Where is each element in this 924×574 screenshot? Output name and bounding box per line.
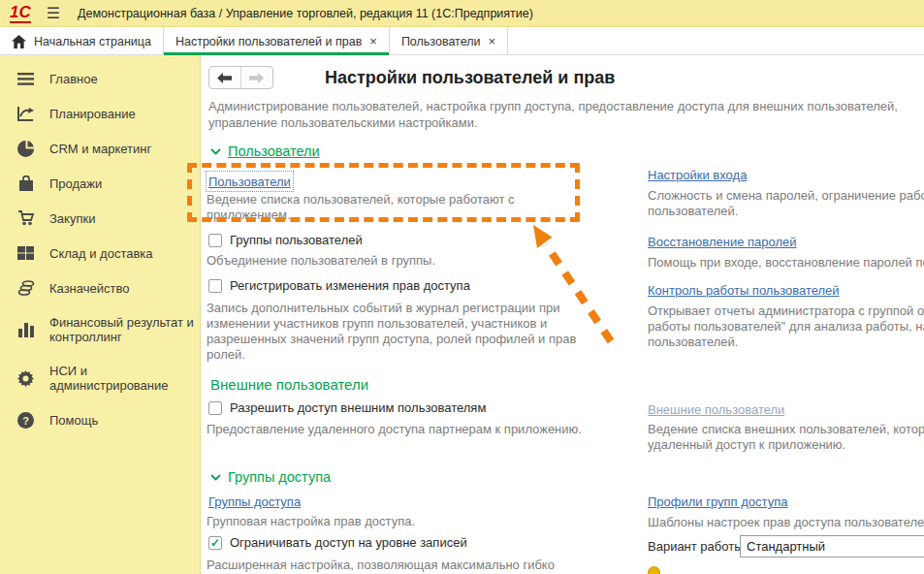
- user-monitoring-desc: Открывает отчеты администратора с группо…: [648, 303, 924, 350]
- register-changes-desc: Запись дополнительных событий в журнал р…: [207, 301, 576, 363]
- users-link-wrap: Пользователи: [206, 171, 294, 192]
- password-recovery-link[interactable]: Восстановление паролей: [648, 235, 797, 249]
- title-bar: 1С ☰ Демонстрационная база / Управление …: [0, 0, 924, 27]
- sidebar-item-warehouse[interactable]: Склад и доставка: [0, 236, 200, 271]
- tab-label: Начальная страница: [34, 35, 151, 48]
- history-nav: [208, 66, 273, 89]
- coins-icon: [16, 279, 35, 298]
- users-link-focus: Пользователи: [206, 171, 294, 192]
- 1c-logo: 1С: [10, 4, 31, 23]
- page-description: Администрирование пользователей, настрой…: [208, 98, 898, 131]
- user-groups-label: Группы пользователей: [230, 233, 363, 247]
- login-settings-desc: Сложность и смена паролей, ограничение р…: [648, 188, 924, 219]
- chevron-down-icon: [210, 148, 221, 155]
- section-header-access-groups[interactable]: Группы доступа: [210, 469, 331, 485]
- user-groups-checkbox[interactable]: [208, 234, 222, 247]
- access-profiles-desc: Шаблоны настроек прав доступа пользовате…: [648, 515, 924, 530]
- application-window: 1С ☰ Демонстрационная база / Управление …: [0, 0, 924, 574]
- gear-icon: [16, 369, 35, 388]
- section-sidebar: Главное Планирование CRM и маркетинг Про…: [0, 55, 201, 574]
- user-monitoring-link[interactable]: Контроль работы пользователей: [648, 283, 840, 298]
- external-users-link[interactable]: Внешние пользователи: [648, 402, 784, 417]
- allow-external-row: Разрешить доступ внешним пользователям: [208, 400, 486, 415]
- bar-chart-icon: [16, 321, 35, 339]
- main-content: Настройки пользователей и прав Администр…: [201, 55, 924, 574]
- access-groups-desc: Групповая настройка прав доступа.: [207, 514, 415, 529]
- login-settings-link[interactable]: Настройки входа: [648, 168, 747, 182]
- access-groups-link[interactable]: Группы доступа: [208, 494, 301, 509]
- page-title: Настройки пользователей и прав: [325, 68, 615, 88]
- sidebar-item-sales[interactable]: Продажи: [0, 166, 200, 201]
- forward-button[interactable]: [241, 67, 273, 88]
- window-title: Демонстрационная база / Управление торго…: [78, 7, 533, 20]
- planning-chart-icon: [16, 105, 35, 123]
- restrict-access-desc: Расширенная настройка, позволяющая макси…: [207, 558, 555, 573]
- section-header-users[interactable]: Пользователи: [210, 144, 320, 159]
- home-icon: [12, 35, 26, 48]
- user-monitoring-link-wrap: Контроль работы пользователей: [648, 281, 840, 299]
- pie-chart-icon: [16, 140, 35, 158]
- sidebar-item-financial-result[interactable]: Финансовый результат и контроллинг: [0, 305, 200, 354]
- section-header-external-users: Внешние пользователи: [210, 376, 368, 393]
- tab-home[interactable]: Начальная страница: [0, 27, 164, 55]
- users-link-desc: Ведение списка пользователей, которые ра…: [207, 192, 514, 223]
- back-button[interactable]: [209, 67, 241, 88]
- work-variant-select[interactable]: Стандартный: [740, 535, 924, 558]
- sidebar-item-crm[interactable]: CRM и маркетинг: [0, 131, 200, 166]
- chevron-down-icon: [210, 474, 221, 481]
- bag-icon: [16, 175, 35, 193]
- users-link[interactable]: Пользователи: [208, 175, 291, 189]
- login-settings-link-wrap: Настройки входа: [648, 166, 747, 183]
- sidebar-item-treasury[interactable]: Казначейство: [0, 271, 200, 305]
- sidebar-item-purchases[interactable]: Закупки: [0, 201, 200, 236]
- tab-label: Пользователи: [401, 35, 481, 48]
- close-icon[interactable]: ×: [488, 34, 495, 48]
- cart-icon: [16, 209, 35, 228]
- warning-icon: [648, 566, 660, 574]
- user-groups-row: Группы пользователей: [208, 233, 363, 247]
- allow-external-checkbox[interactable]: [208, 401, 222, 415]
- register-changes-checkbox[interactable]: [208, 279, 222, 293]
- svg-text:?: ?: [22, 414, 29, 426]
- register-changes-row: Регистрировать изменения прав доступа: [208, 278, 470, 293]
- access-groups-link-wrap: Группы доступа: [208, 493, 301, 510]
- work-variant-label: Вариант работы:: [648, 539, 747, 554]
- external-users-desc: Ведение списка внешних пользователей, ко…: [648, 422, 924, 453]
- sidebar-item-help[interactable]: ? Помощь: [0, 402, 200, 437]
- main-menu-icon[interactable]: ☰: [47, 4, 60, 22]
- register-changes-label: Регистрировать изменения прав доступа: [230, 278, 470, 293]
- list-icon: [16, 70, 35, 88]
- access-profiles-link[interactable]: Профили групп доступа: [648, 494, 787, 509]
- tab-users[interactable]: Пользователи ×: [390, 27, 508, 55]
- access-profiles-link-wrap: Профили групп доступа: [648, 493, 787, 510]
- work-variant-value: Стандартный: [747, 539, 825, 554]
- password-recovery-desc: Помощь при входе, восстановление паролей…: [648, 255, 924, 271]
- user-groups-desc: Объединение пользователей в группы.: [207, 253, 435, 269]
- restrict-access-row: ✓ Ограничивать доступ на уровне записей: [208, 535, 467, 550]
- sidebar-item-main[interactable]: Главное: [0, 61, 200, 96]
- sidebar-item-planning[interactable]: Планирование: [0, 96, 200, 131]
- tab-bar: Начальная страница Настройки пользовател…: [0, 27, 924, 55]
- allow-external-desc: Предоставление удаленного доступа партне…: [207, 422, 582, 437]
- allow-external-label: Разрешить доступ внешним пользователям: [230, 400, 486, 415]
- tab-user-rights-settings[interactable]: Настройки пользователей и прав ×: [164, 27, 390, 55]
- tab-label: Настройки пользователей и прав: [175, 35, 362, 48]
- boxes-grid-icon: [16, 244, 35, 263]
- password-recovery-link-wrap: Восстановление паролей: [648, 233, 797, 250]
- restrict-access-checkbox-checked[interactable]: ✓: [208, 536, 222, 550]
- help-icon: ?: [16, 411, 35, 430]
- external-users-link-wrap: Внешние пользователи: [648, 400, 784, 418]
- sidebar-item-nsi-administration[interactable]: НСИ и администрирование: [0, 354, 200, 402]
- close-icon[interactable]: ×: [369, 34, 377, 48]
- restrict-access-label: Ограничивать доступ на уровне записей: [230, 535, 467, 550]
